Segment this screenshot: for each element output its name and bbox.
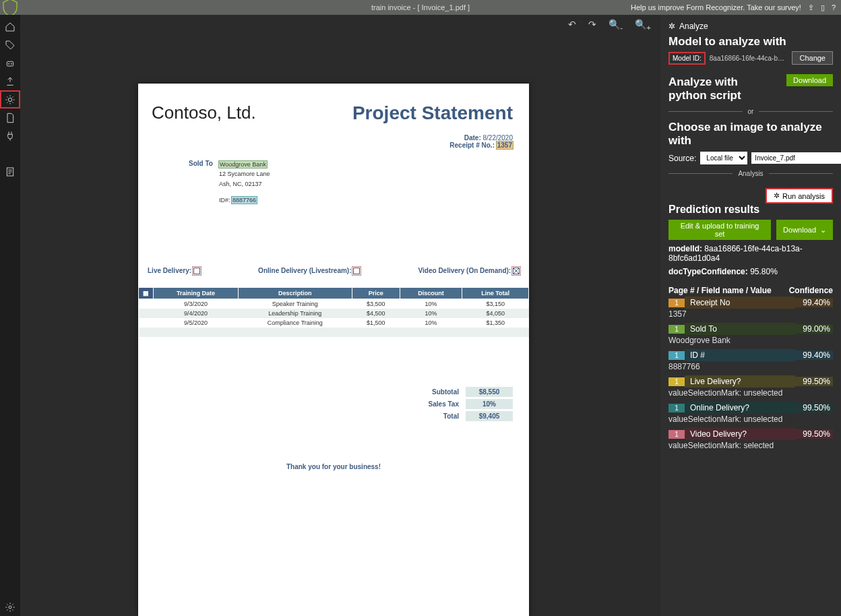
rail-doc-icon[interactable] bbox=[0, 162, 20, 181]
redo-icon[interactable]: ↷ bbox=[588, 19, 596, 32]
left-rail bbox=[0, 15, 20, 616]
analyze-panel: ✲Analyze Model to analyze with Model ID:… bbox=[660, 15, 841, 616]
field-value: Woodgrove Bank bbox=[668, 335, 833, 348]
share-icon[interactable]: ⇪ bbox=[808, 3, 814, 12]
canvas: ↶ ↷ 🔍- 🔍+ Contoso, Ltd. Project Statemen… bbox=[20, 15, 660, 616]
field-value: 1357 bbox=[668, 309, 833, 321]
rail-settings-icon[interactable] bbox=[0, 598, 20, 616]
totals: Subtotal$8,550 Sales Tax10% Total$9,405 bbox=[412, 387, 513, 423]
svg-point-3 bbox=[8, 98, 11, 101]
rail-analyze-icon[interactable] bbox=[0, 90, 20, 109]
prediction-row[interactable]: 1Online Delivery?99.50%valueSelectionMar… bbox=[668, 402, 833, 427]
page-badge: 1 bbox=[668, 377, 685, 386]
soldto-label: Sold To bbox=[189, 160, 213, 167]
prediction-row[interactable]: 1ID #99.40%8887766 bbox=[668, 349, 833, 374]
prediction-row[interactable]: 1Video Delivery?99.50%valueSelectionMark… bbox=[668, 428, 833, 453]
items-table: ▦ Training Date Description Price Discou… bbox=[138, 287, 529, 337]
canvas-toolbar: ↶ ↷ 🔍- 🔍+ bbox=[568, 19, 651, 32]
field-name: Video Delivery? bbox=[685, 428, 795, 440]
col-icon: ▦ bbox=[139, 288, 154, 299]
field-name: Online Delivery? bbox=[685, 402, 795, 414]
thanks: Thank you for your business! bbox=[138, 463, 529, 470]
zoom-out-icon[interactable]: 🔍- bbox=[609, 19, 623, 32]
svg-point-5 bbox=[9, 606, 11, 609]
table-row: 9/3/2020Speaker Training$3,50010%$3,150 bbox=[139, 299, 529, 309]
video-checkbox bbox=[513, 268, 520, 274]
source-label: Source: bbox=[668, 154, 696, 163]
table-row: 9/5/2020Compliance Training$1,50010%$1,3… bbox=[139, 318, 529, 328]
rail-plug-icon[interactable] bbox=[0, 127, 20, 145]
help-icon[interactable]: ? bbox=[832, 3, 836, 11]
field-name: Receipt No bbox=[685, 297, 795, 309]
undo-icon[interactable]: ↶ bbox=[568, 19, 576, 32]
results-heading: Prediction results bbox=[668, 204, 833, 216]
live-checkbox bbox=[193, 268, 200, 274]
prediction-row[interactable]: 1Receipt No99.40%1357 bbox=[668, 297, 833, 321]
modelid-value: 8aa16866-16fe-44ca-b13a-8bfc6a... bbox=[710, 55, 788, 62]
confidence: 99.40% bbox=[795, 298, 833, 307]
analyze-header: Analyze bbox=[679, 22, 708, 31]
delivery-row: Live Delivery: Online Delivery (Livestre… bbox=[148, 267, 520, 274]
soldto-highlight: Woodgrove Bank bbox=[219, 161, 267, 168]
field-name: ID # bbox=[685, 349, 795, 361]
receipt-highlight: 1357 bbox=[497, 142, 513, 149]
download-button[interactable]: Download bbox=[786, 74, 833, 86]
doc-meta: Date: 8/22/2020 Receipt # No.: 1357 bbox=[449, 134, 513, 149]
topbar: train invoice - [ Invoice_1.pdf ] Help u… bbox=[0, 0, 841, 15]
field-value: 8887766 bbox=[668, 361, 833, 374]
source-select[interactable]: Local file bbox=[700, 152, 747, 164]
python-heading: Analyze with python script bbox=[668, 75, 776, 102]
download-results-button[interactable]: Download⌄ bbox=[776, 220, 833, 240]
survey-link[interactable]: Help us improve Form Recognizer. Take ou… bbox=[631, 3, 801, 11]
field-value: valueSelectionMark: selected bbox=[668, 440, 833, 453]
confidence: 99.00% bbox=[795, 324, 833, 334]
online-checkbox bbox=[353, 268, 360, 274]
panel-icon[interactable]: ▯ bbox=[821, 3, 825, 12]
change-button[interactable]: Change bbox=[792, 51, 833, 65]
page-badge: 1 bbox=[668, 351, 685, 360]
rail-tag-icon[interactable] bbox=[0, 36, 20, 54]
modelid-label: Model ID: bbox=[668, 52, 706, 65]
chevron-down-icon: ⌄ bbox=[820, 226, 826, 235]
soldto-block: Woodgrove Bank 12 Sycamore Lane Ash, NC,… bbox=[219, 160, 270, 206]
confidence: 99.50% bbox=[795, 429, 833, 439]
field-value: valueSelectionMark: unselected bbox=[668, 414, 833, 427]
rail-compose-icon[interactable] bbox=[0, 72, 20, 90]
run-analysis-button[interactable]: ✲Run analysis bbox=[766, 188, 833, 204]
field-name: Sold To bbox=[685, 323, 795, 335]
rail-home-icon[interactable] bbox=[0, 18, 20, 36]
table-row: 9/4/2020Leadership Training$4,50010%$4,0… bbox=[139, 309, 529, 318]
confidence: 99.50% bbox=[795, 377, 833, 386]
page-badge: 1 bbox=[668, 325, 685, 334]
choose-heading: Choose an image to analyze with bbox=[668, 121, 833, 148]
prediction-row[interactable]: 1Live Delivery?99.50%valueSelectionMark:… bbox=[668, 375, 833, 400]
page-badge: 1 bbox=[668, 299, 685, 307]
document-preview: Contoso, Ltd. Project Statement Date: 8/… bbox=[138, 84, 529, 616]
zoom-in-icon[interactable]: 🔍+ bbox=[635, 19, 651, 32]
svg-point-1 bbox=[8, 63, 9, 64]
rail-file-icon[interactable] bbox=[0, 109, 20, 127]
model-heading: Model to analyze with bbox=[668, 35, 833, 49]
svg-rect-0 bbox=[7, 61, 13, 66]
field-name: Live Delivery? bbox=[685, 375, 795, 388]
svg-point-2 bbox=[11, 63, 11, 64]
field-value: valueSelectionMark: unselected bbox=[668, 388, 833, 400]
doc-title: Project Statement bbox=[352, 102, 513, 124]
source-file-input[interactable] bbox=[751, 152, 841, 164]
id-highlight: 8887766 bbox=[232, 197, 257, 204]
edit-upload-button[interactable]: Edit & upload to training set bbox=[668, 220, 771, 240]
confidence: 99.40% bbox=[795, 350, 833, 360]
page-badge: 1 bbox=[668, 430, 685, 439]
gear-icon: ✲ bbox=[668, 22, 675, 31]
spark-icon: ✲ bbox=[774, 191, 780, 200]
rail-robot-icon[interactable] bbox=[0, 54, 20, 72]
window-title: train invoice - [ Invoice_1.pdf ] bbox=[371, 3, 470, 11]
prediction-row[interactable]: 1Sold To99.00%Woodgrove Bank bbox=[668, 323, 833, 348]
page-badge: 1 bbox=[668, 404, 685, 412]
confidence: 99.50% bbox=[795, 403, 833, 412]
